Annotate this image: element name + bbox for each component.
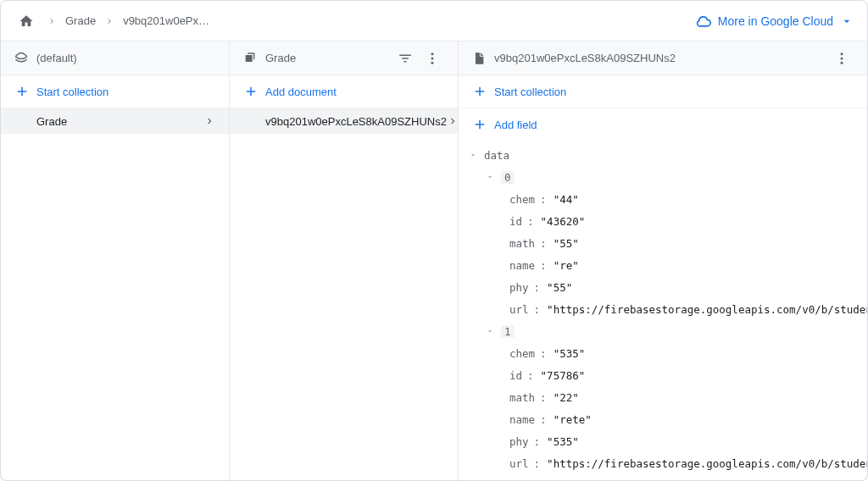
root-column: Start collection Grade <box>1 75 230 480</box>
array-index: 1 <box>501 325 515 338</box>
collection-icon <box>243 52 257 65</box>
start-collection-button[interactable]: Start collection <box>1 75 229 108</box>
list-item-label: v9bq201w0ePxcLeS8kA09SZHUNs2 <box>265 115 447 128</box>
field-value: "44" <box>554 193 579 206</box>
field-value: "55" <box>554 237 579 250</box>
add-document-button[interactable]: Add document <box>230 75 458 108</box>
collection-column: Add document v9bq201w0ePxcLeS8kA09SZHUNs… <box>230 75 459 480</box>
breadcrumb-separator <box>47 16 57 26</box>
breadcrumb-bar: Grade v9bq201w0ePx… More in Google Cloud <box>1 1 867 41</box>
action-label: Start collection <box>36 86 108 98</box>
document-column-header: v9bq201w0ePxcLeS8kA09SZHUNs2 <box>459 41 867 75</box>
field-key: url <box>509 457 529 470</box>
chevron-right-icon <box>447 115 458 127</box>
more-in-google-cloud-link[interactable]: More in Google Cloud <box>694 13 854 30</box>
field-value: "https://firebasestorage.googleapis.com/… <box>547 303 867 316</box>
firestore-data-viewer: Grade v9bq201w0ePx… More in Google Cloud… <box>0 0 868 481</box>
field-row[interactable]: id: "43620" <box>459 210 867 232</box>
more-icon[interactable] <box>420 47 444 70</box>
svg-point-0 <box>431 53 434 55</box>
breadcrumb-collection[interactable]: Grade <box>65 14 96 27</box>
filter-icon[interactable] <box>393 47 417 70</box>
root-column-header: (default) <box>1 41 230 75</box>
field-row[interactable]: name: "re" <box>459 254 867 276</box>
document-column: Start collection Add field data0chem: "4… <box>459 75 867 480</box>
document-icon <box>472 52 486 65</box>
documents-list: v9bq201w0ePxcLeS8kA09SZHUNs2 <box>230 108 458 480</box>
home-icon[interactable] <box>14 9 38 33</box>
field-row[interactable]: math: "22" <box>459 386 867 408</box>
array-index-node[interactable]: 1 <box>459 320 867 342</box>
list-item[interactable]: Grade <box>1 108 229 134</box>
cloud-link-label: More in Google Cloud <box>718 14 833 28</box>
field-key: math <box>509 237 535 250</box>
field-key: math <box>509 391 535 404</box>
field-key: data <box>484 149 509 162</box>
collection-column-header: Grade <box>230 41 459 75</box>
document-fields-tree: data0chem: "44"id: "43620"math: "55"name… <box>459 141 867 480</box>
field-row[interactable]: chem: "44" <box>459 188 867 210</box>
field-value: "43620" <box>541 215 586 228</box>
action-label: Add field <box>494 119 537 131</box>
start-collection-button[interactable]: Start collection <box>459 75 867 108</box>
field-key: chem <box>509 347 535 360</box>
document-column-title: v9bq201w0ePxcLeS8kA09SZHUNs2 <box>494 52 676 64</box>
field-key: phy <box>509 281 529 294</box>
field-key: id <box>509 369 522 382</box>
collection-column-title: Grade <box>265 52 296 64</box>
field-row[interactable]: chem: "535" <box>459 342 867 364</box>
array-index-node[interactable]: 0 <box>459 166 867 188</box>
svg-point-5 <box>841 61 843 64</box>
field-row[interactable]: math: "55" <box>459 232 867 254</box>
field-value: "https://firebasestorage.googleapis.com/… <box>547 457 867 470</box>
add-field-button[interactable]: Add field <box>459 108 867 141</box>
field-node[interactable]: data <box>459 144 867 166</box>
svg-point-3 <box>841 53 843 55</box>
field-key: url <box>509 303 529 316</box>
breadcrumb-document[interactable]: v9bq201w0ePx… <box>123 14 209 27</box>
list-item-label: Grade <box>36 115 67 128</box>
field-key: chem <box>509 193 535 206</box>
root-column-title: (default) <box>36 52 77 64</box>
field-value: "re" <box>554 259 579 272</box>
field-row[interactable]: phy: "55" <box>459 276 867 298</box>
list-item[interactable]: v9bq201w0ePxcLeS8kA09SZHUNs2 <box>230 108 458 134</box>
plus-icon <box>472 84 487 99</box>
plus-icon <box>14 84 30 99</box>
field-key: name <box>509 413 535 426</box>
columns-body: Start collection Grade Add document v9bq… <box>1 75 867 480</box>
field-row[interactable]: name: "rete" <box>459 408 867 430</box>
action-label: Start collection <box>494 86 566 98</box>
plus-icon <box>472 117 487 132</box>
field-row[interactable]: id: "75786" <box>459 364 867 386</box>
field-value: "55" <box>547 281 572 294</box>
field-value: "535" <box>554 347 586 360</box>
field-key: name <box>509 259 535 272</box>
field-value: "rete" <box>554 413 592 426</box>
field-key: id <box>509 215 522 228</box>
array-index: 0 <box>501 171 515 184</box>
database-icon <box>14 52 28 65</box>
chevron-right-icon <box>203 115 215 127</box>
field-row[interactable]: phy: "535" <box>459 430 867 452</box>
action-label: Add document <box>265 86 337 98</box>
collections-list: Grade <box>1 108 229 480</box>
twisty-icon[interactable] <box>484 173 496 181</box>
svg-point-2 <box>431 61 434 64</box>
breadcrumb: Grade v9bq201w0ePx… <box>14 9 209 33</box>
svg-point-1 <box>431 57 434 59</box>
more-icon[interactable] <box>830 47 854 70</box>
chevron-down-icon <box>840 14 854 28</box>
columns-header: (default) Grade v9bq201w0ePxcLeS8kA09SZH… <box>1 41 867 75</box>
breadcrumb-separator <box>104 16 114 26</box>
field-row[interactable]: url: "https://firebasestorage.googleapis… <box>459 452 867 474</box>
field-key: phy <box>509 435 529 448</box>
field-value: "75786" <box>541 369 586 382</box>
twisty-icon[interactable] <box>484 327 496 335</box>
cloud-icon <box>694 13 711 30</box>
field-row[interactable]: url: "https://firebasestorage.googleapis… <box>459 298 867 320</box>
plus-icon <box>243 84 259 99</box>
field-value: "22" <box>554 391 579 404</box>
svg-point-4 <box>841 57 843 59</box>
twisty-icon[interactable] <box>467 151 479 159</box>
